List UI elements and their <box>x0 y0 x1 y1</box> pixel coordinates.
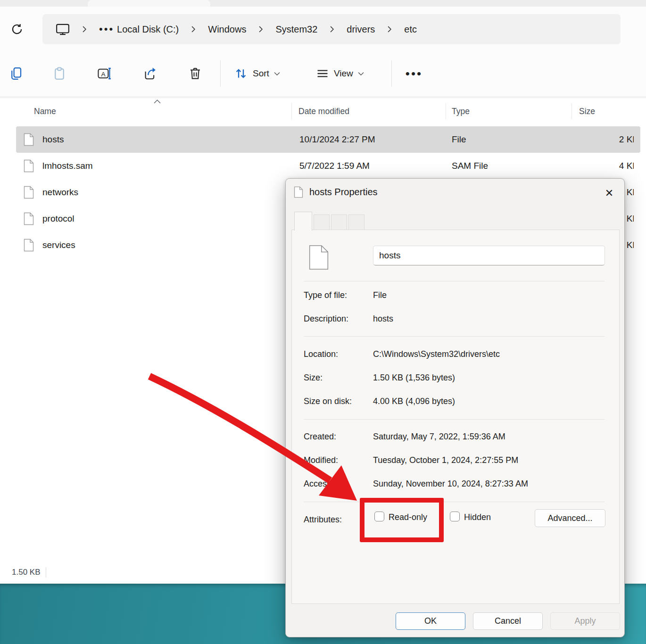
hidden-checkbox-label[interactable]: Hidden <box>464 512 491 522</box>
dialog-tab[interactable] <box>331 215 347 230</box>
readonly-checkbox-label[interactable]: Read-only <box>389 512 427 522</box>
breadcrumb-overflow-button[interactable]: ••• <box>99 27 114 32</box>
breadcrumb-item[interactable]: drivers <box>317 24 375 35</box>
share-button[interactable] <box>140 63 160 84</box>
accessed-label: Accessed: <box>304 479 374 489</box>
column-divider[interactable] <box>291 103 292 119</box>
chevron-down-icon <box>358 72 364 76</box>
breadcrumb-item[interactable]: Windows <box>179 24 246 35</box>
paste-button[interactable] <box>49 63 70 84</box>
file-name[interactable]: protocol <box>42 206 75 232</box>
copy-icon <box>9 66 23 81</box>
delete-button[interactable] <box>185 63 206 84</box>
refresh-button[interactable] <box>8 20 26 39</box>
file-icon-large <box>308 245 329 270</box>
toolbar-divider <box>391 60 392 87</box>
chevron-right-icon <box>191 26 196 33</box>
column-divider[interactable] <box>571 103 572 119</box>
accessed-value: Sunday, November 10, 2024, 8:27:33 AM <box>373 479 611 489</box>
file-name[interactable]: networks <box>42 179 78 206</box>
file-type: SAM File <box>452 153 488 179</box>
this-pc-icon[interactable] <box>56 23 70 35</box>
apply-button[interactable]: Apply <box>550 612 620 630</box>
close-icon[interactable]: ✕ <box>599 183 620 203</box>
dialog-tab[interactable] <box>294 212 312 231</box>
breadcrumb-item[interactable]: Local Disk (C:) <box>117 24 179 35</box>
rename-button[interactable]: A <box>94 63 115 84</box>
breadcrumb-item[interactable]: System32 <box>246 24 317 35</box>
size-value: 1.50 KB (1,536 bytes) <box>373 373 611 383</box>
column-header-name[interactable]: Name <box>34 98 56 124</box>
refresh-icon <box>10 23 24 36</box>
size-label: Size: <box>304 373 374 383</box>
file-row[interactable]: hosts 10/1/2024 2:27 PM File 2 KB <box>16 126 640 153</box>
chevron-right-icon <box>387 26 392 33</box>
breadcrumb-item-label[interactable]: drivers <box>347 24 375 35</box>
dialog-tab[interactable] <box>314 215 330 230</box>
copy-button[interactable] <box>6 63 26 84</box>
breadcrumb-item-label[interactable]: Windows <box>208 24 246 35</box>
share-icon <box>143 66 157 81</box>
description-label: Description: <box>304 314 374 324</box>
file-date-modified: 10/1/2024 2:27 PM <box>299 126 375 153</box>
column-header-row: Name Date modified Type Size <box>0 98 646 124</box>
breadcrumb: Local Disk (C:) Windows System32 drive <box>117 24 417 35</box>
column-header-date-modified[interactable]: Date modified <box>298 98 349 124</box>
dialog-title: hosts Properties <box>309 187 378 198</box>
properties-dialog: hosts Properties ✕ Type of file: File De… <box>285 178 625 637</box>
separator <box>304 419 605 420</box>
file-icon <box>24 212 34 225</box>
ok-button[interactable]: OK <box>396 612 465 630</box>
hidden-checkbox[interactable] <box>450 512 460 521</box>
view-button[interactable]: View <box>316 63 364 84</box>
status-divider <box>46 567 46 578</box>
location-value: C:\Windows\System32\drivers\etc <box>373 349 611 359</box>
more-options-button[interactable]: ••• <box>404 63 424 84</box>
sort-button[interactable]: Sort <box>234 63 280 84</box>
breadcrumb-item[interactable]: etc <box>375 24 417 35</box>
column-divider[interactable] <box>446 103 446 119</box>
created-label: Created: <box>304 432 374 442</box>
breadcrumb-item-label[interactable]: etc <box>404 24 417 35</box>
explorer-active-tab[interactable] <box>88 0 210 7</box>
location-label: Location: <box>304 349 374 359</box>
file-name[interactable]: hosts <box>42 126 64 153</box>
filename-input[interactable] <box>373 246 605 265</box>
svg-text:A: A <box>101 71 106 78</box>
created-value: Saturday, May 7, 2022, 1:59:36 AM <box>373 432 611 442</box>
file-name[interactable]: services <box>42 232 75 258</box>
description-value: hosts <box>373 314 611 324</box>
file-row[interactable]: lmhosts.sam 5/7/2022 1:59 AM SAM File 4 … <box>16 153 640 179</box>
dialog-tabs <box>294 212 366 230</box>
general-tab-page <box>291 230 620 604</box>
breadcrumb-item-label[interactable]: Local Disk (C:) <box>117 24 179 35</box>
file-type: File <box>452 126 466 153</box>
column-header-size[interactable]: Size <box>579 98 595 124</box>
trash-icon <box>188 66 202 81</box>
column-header-type[interactable]: Type <box>452 98 470 124</box>
sort-label: Sort <box>253 68 269 79</box>
address-bar[interactable]: ••• Local Disk (C:) Windows Sy <box>42 14 621 44</box>
size-on-disk-label: Size on disk: <box>304 396 374 406</box>
rename-icon: A <box>97 66 112 81</box>
sort-icon <box>234 66 248 81</box>
advanced-button[interactable]: Advanced... <box>535 509 605 527</box>
modified-value: Tuesday, October 1, 2024, 2:27:55 PM <box>373 455 611 465</box>
command-toolbar: A Sort View ••• <box>0 50 646 97</box>
separator <box>304 336 605 337</box>
toolbar-divider <box>220 60 221 87</box>
file-size: 4 KB <box>585 153 634 179</box>
navigation-bar: ••• Local Disk (C:) Windows Sy <box>0 7 646 51</box>
breadcrumb-item-label[interactable]: System32 <box>275 24 317 35</box>
dialog-tab[interactable] <box>348 215 364 230</box>
file-icon <box>24 186 34 199</box>
explorer-tab-strip <box>0 0 646 7</box>
cancel-button[interactable]: Cancel <box>473 612 543 630</box>
file-size: 2 KB <box>585 126 634 153</box>
file-date-modified: 5/7/2022 1:59 AM <box>299 153 370 179</box>
readonly-checkbox[interactable] <box>374 512 384 521</box>
type-of-file-value: File <box>373 290 611 300</box>
file-icon <box>24 159 34 173</box>
size-on-disk-value: 4.00 KB (4,096 bytes) <box>373 396 611 406</box>
file-name[interactable]: lmhosts.sam <box>42 153 93 179</box>
